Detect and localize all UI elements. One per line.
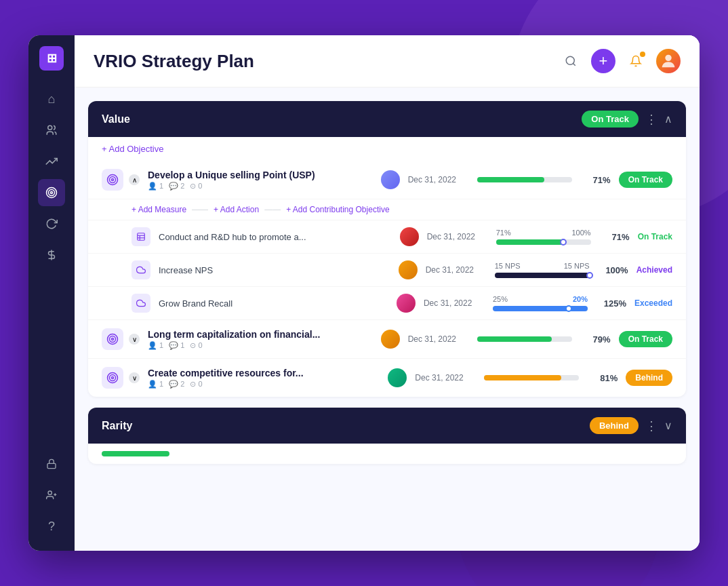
- sidebar-logo[interactable]: ⊞: [39, 46, 64, 71]
- sidebar-item-home[interactable]: ⌂: [38, 85, 65, 113]
- objective-progress-1: [477, 177, 572, 182]
- page-header: VRIO Strategy Plan +: [75, 35, 700, 87]
- add-objective-link[interactable]: + Add Objective: [88, 137, 177, 161]
- content-area: Value On Track ⋮ ∧ + Add Objective: [75, 87, 700, 551]
- header-actions: +: [559, 49, 681, 73]
- section-value-collapse[interactable]: ∧: [664, 113, 672, 125]
- user-avatar[interactable]: [656, 49, 681, 73]
- svg-point-0: [48, 125, 52, 130]
- section-value-status: On Track: [582, 111, 639, 128]
- objective-icon-1: [102, 169, 123, 191]
- measure-fill-1: [496, 239, 563, 245]
- objective-avatar-2: [381, 330, 400, 349]
- sidebar-item-refresh[interactable]: [38, 210, 65, 237]
- measure-fill-2: [495, 273, 590, 278]
- objective-row-2: ∨ Long term capitalization on financial.…: [88, 320, 686, 359]
- objective-date-2: Dec 31, 2022: [408, 334, 469, 344]
- objective-info-1: Develop a Unique selling Point (USP) 👤 1…: [148, 170, 373, 191]
- measure-current-3: 25%: [493, 295, 508, 303]
- add-button[interactable]: +: [591, 49, 615, 73]
- section-rarity-title: Rarity: [102, 420, 132, 432]
- measure-status-3: Exceeded: [634, 298, 672, 308]
- sidebar-item-help[interactable]: ?: [38, 513, 65, 540]
- measure-name-1: Conduct and R&D hub to promote a...: [159, 232, 392, 242]
- notification-button[interactable]: [624, 49, 648, 73]
- add-contributing-link[interactable]: + Add Contributing Objective: [286, 205, 389, 214]
- measure-dot-2: [586, 272, 593, 279]
- sidebar-item-signal[interactable]: [38, 241, 65, 269]
- sidebar-item-objectives[interactable]: [38, 179, 65, 206]
- add-action-link[interactable]: + Add Action: [214, 205, 259, 214]
- meta-task-1: 👤 1: [148, 182, 163, 191]
- objective-meta-3: 👤 1 💬 2 ⊙ 0: [148, 380, 380, 389]
- section-rarity-header: Rarity Behind ⋮ ∨: [88, 408, 686, 444]
- measure-fill-3: [493, 306, 588, 311]
- main-content: VRIO Strategy Plan +: [75, 35, 700, 551]
- sidebar-item-people[interactable]: [38, 117, 65, 144]
- measure-icon-3: [132, 294, 150, 313]
- measure-name-2: Increase NPS: [159, 265, 390, 275]
- objective-icon-3: [102, 367, 123, 389]
- objective-row-1: ∧ Develop a Unique selling Point (USP) 👤…: [88, 161, 686, 199]
- measure-date-2: Dec 31, 2022: [426, 265, 487, 275]
- expand-button-1[interactable]: ∧: [129, 174, 140, 185]
- section-value-header: Value On Track ⋮ ∧: [88, 101, 686, 137]
- section-rarity-actions: Behind ⋮ ∨: [590, 417, 672, 434]
- page-title: VRIO Strategy Plan: [94, 51, 254, 72]
- sidebar-item-chart[interactable]: [38, 148, 65, 175]
- add-measure-link[interactable]: + Add Measure: [132, 205, 186, 214]
- measure-avatar-1: [400, 227, 419, 246]
- svg-rect-5: [47, 463, 56, 468]
- measure-date-1: Dec 31, 2022: [427, 232, 488, 241]
- sidebar-item-lock[interactable]: [38, 450, 65, 477]
- rarity-progress-bar: [102, 451, 169, 456]
- section-value-actions: On Track ⋮ ∧: [582, 111, 672, 128]
- section-value: Value On Track ⋮ ∧ + Add Objective: [88, 101, 686, 397]
- svg-point-21: [112, 338, 114, 340]
- svg-point-13: [110, 177, 116, 183]
- search-button[interactable]: [559, 49, 583, 73]
- expand-button-2[interactable]: ∨: [129, 334, 140, 345]
- section-rarity-menu[interactable]: ⋮: [645, 418, 658, 433]
- objective-pct-2: 79%: [580, 334, 611, 345]
- measure-pct-2: 100%: [598, 265, 628, 275]
- expand-button-3[interactable]: ∨: [129, 372, 140, 383]
- measure-avatar-2: [399, 260, 418, 279]
- objective-info-2: Long term capitalization on financial...…: [148, 329, 373, 350]
- svg-point-20: [110, 336, 116, 343]
- measure-icon-2: [132, 260, 150, 279]
- measure-row-1: Conduct and R&D hub to promote a... Dec …: [88, 220, 686, 254]
- objective-info-3: Create competitive resources for... 👤 1 …: [148, 368, 380, 389]
- measure-pct-1: 71%: [599, 232, 630, 242]
- objective-name-2: Long term capitalization on financial...: [148, 329, 373, 340]
- measure-current-2: 15 NPS: [495, 262, 521, 270]
- objective-pct-1: 71%: [580, 175, 611, 185]
- objective-date-3: Dec 31, 2022: [415, 373, 476, 383]
- sidebar-item-add-user[interactable]: [38, 482, 65, 509]
- measure-status-1: On Track: [638, 232, 672, 241]
- sidebar-bottom: ?: [38, 450, 65, 540]
- objective-progress-2: [477, 336, 572, 342]
- svg-point-2: [49, 190, 55, 196]
- sub-actions-row-1: + Add Measure —— + Add Action —— + Add C…: [88, 199, 686, 220]
- objective-status-3: Behind: [626, 370, 672, 386]
- section-rarity-expand[interactable]: ∨: [664, 419, 672, 432]
- objective-meta-2: 👤 1 💬 1 ⊙ 0: [148, 341, 373, 350]
- objective-name-3: Create competitive resources for...: [148, 368, 380, 378]
- measure-progress-3: 25% 20%: [493, 295, 588, 311]
- measure-progress-2: 15 NPS 15 NPS: [495, 262, 590, 278]
- svg-point-11: [665, 55, 671, 61]
- section-rarity-status: Behind: [590, 417, 639, 434]
- section-value-menu[interactable]: ⋮: [645, 112, 658, 127]
- svg-point-3: [51, 192, 53, 194]
- measure-status-2: Achieved: [636, 265, 672, 275]
- svg-line-10: [573, 63, 575, 65]
- measure-row-2: Increase NPS Dec 31, 2022 15 NPS 15 NPS: [88, 254, 686, 287]
- objective-meta-1: 👤 1 💬 2 ⊙ 0: [148, 182, 373, 191]
- objective-status-2: On Track: [619, 331, 672, 347]
- notification-dot: [640, 52, 645, 57]
- measure-target-3: 20%: [573, 295, 588, 303]
- progress-fill-1: [477, 177, 544, 182]
- svg-point-24: [112, 377, 114, 379]
- measure-row-3: Grow Brand Recall Dec 31, 2022 25% 20%: [88, 287, 686, 320]
